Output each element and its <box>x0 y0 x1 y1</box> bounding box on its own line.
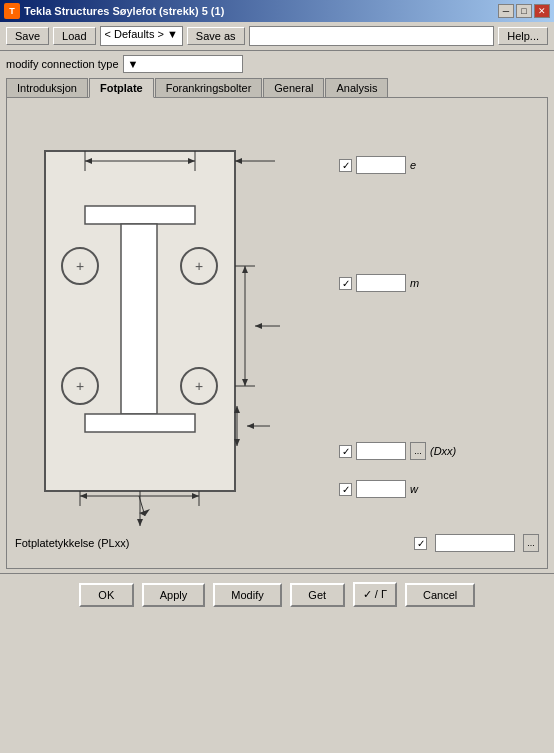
close-button[interactable]: ✕ <box>534 4 550 18</box>
main-content: + + + + <box>6 97 548 569</box>
tab-introduksjon[interactable]: Introduksjon <box>6 78 88 98</box>
dxx-input[interactable] <box>356 442 406 460</box>
title-buttons: ─ □ ✕ <box>498 4 550 18</box>
plate-thickness-browse-button[interactable]: ... <box>523 534 539 552</box>
e-label: e <box>410 159 416 171</box>
connection-type-row: modify connection type ▼ <box>0 51 554 77</box>
m-checkbox[interactable]: ✓ <box>339 277 352 290</box>
load-button[interactable]: Load <box>53 27 95 45</box>
e-parameter-row: ✓ e <box>339 156 539 174</box>
w-parameter-row: ✓ w <box>339 480 539 498</box>
svg-text:+: + <box>76 258 84 274</box>
svg-rect-2 <box>121 224 157 414</box>
svg-marker-25 <box>255 323 262 329</box>
tab-general[interactable]: General <box>263 78 324 98</box>
w-input[interactable] <box>356 480 406 498</box>
svg-text:+: + <box>76 378 84 394</box>
svg-marker-30 <box>247 423 254 429</box>
dxx-label: (Dxx) <box>430 445 456 457</box>
m-input[interactable] <box>356 274 406 292</box>
right-controls: ✓ e ✓ m ✓ ... (Dxx) ✓ w <box>339 106 539 502</box>
dxx-parameter-row: ✓ ... (Dxx) <box>339 442 539 460</box>
modify-button[interactable]: Modify <box>213 583 281 607</box>
m-parameter-row: ✓ m <box>339 274 539 292</box>
ok-button[interactable]: OK <box>79 583 134 607</box>
diagram-area: + + + + <box>15 106 295 526</box>
m-label: m <box>410 277 419 289</box>
help-button[interactable]: Help... <box>498 27 548 45</box>
plate-thickness-label: Fotplatetykkelse (PLxx) <box>15 537 129 549</box>
tab-fotplate[interactable]: Fotplate <box>89 78 154 98</box>
svg-marker-21 <box>242 379 248 386</box>
svg-text:+: + <box>195 258 203 274</box>
app-icon: T <box>4 3 20 19</box>
dxx-checkbox[interactable]: ✓ <box>339 445 352 458</box>
svg-rect-3 <box>85 414 195 432</box>
e-checkbox[interactable]: ✓ <box>339 159 352 172</box>
svg-marker-32 <box>80 493 87 499</box>
tabs-bar: Introduksjon Fotplate Forankringsbolter … <box>0 77 554 97</box>
get-button[interactable]: Get <box>290 583 345 607</box>
title-bar-left: T Tekla Structures Søylefot (strekk) 5 (… <box>4 3 224 19</box>
svg-marker-18 <box>235 158 242 164</box>
minimize-button[interactable]: ─ <box>498 4 514 18</box>
plate-thickness-checkbox[interactable]: ✓ <box>414 537 427 550</box>
defaults-arrow-icon: ▼ <box>167 28 178 40</box>
svg-marker-33 <box>192 493 199 499</box>
title-bar: T Tekla Structures Søylefot (strekk) 5 (… <box>0 0 554 22</box>
e-input[interactable] <box>356 156 406 174</box>
save-as-button[interactable]: Save as <box>187 27 245 45</box>
plate-thickness-input[interactable] <box>435 534 515 552</box>
svg-rect-1 <box>85 206 195 224</box>
save-name-input[interactable] <box>249 26 495 46</box>
check-slash-label: ✓ / Γ <box>363 588 387 601</box>
check-slash-button[interactable]: ✓ / Γ <box>353 582 397 607</box>
cancel-button[interactable]: Cancel <box>405 583 475 607</box>
w-checkbox[interactable]: ✓ <box>339 483 352 496</box>
svg-text:+: + <box>195 378 203 394</box>
connection-type-dropdown[interactable]: ▼ <box>123 55 243 73</box>
plate-thickness-row: Fotplatetykkelse (PLxx) ✓ ... <box>15 526 539 560</box>
svg-marker-37 <box>139 509 150 516</box>
w-label: w <box>410 483 418 495</box>
save-button[interactable]: Save <box>6 27 49 45</box>
apply-button[interactable]: Apply <box>142 583 206 607</box>
bottom-buttons: OK Apply Modify Get ✓ / Γ Cancel <box>0 573 554 615</box>
maximize-button[interactable]: □ <box>516 4 532 18</box>
dropdown-arrow-icon: ▼ <box>128 58 139 70</box>
svg-marker-39 <box>137 519 143 526</box>
svg-marker-20 <box>242 266 248 273</box>
defaults-dropdown[interactable]: < Defaults > ▼ <box>100 26 183 46</box>
tab-forankringsbolter[interactable]: Forankringsbolter <box>155 78 263 98</box>
window-title: Tekla Structures Søylefot (strekk) 5 (1) <box>24 5 224 17</box>
column-diagram-svg: + + + + <box>15 106 295 526</box>
tab-analysis[interactable]: Analysis <box>325 78 388 98</box>
toolbar: Save Load < Defaults > ▼ Save as Help... <box>0 22 554 51</box>
connection-type-label: modify connection type <box>6 58 119 70</box>
dxx-browse-button[interactable]: ... <box>410 442 426 460</box>
